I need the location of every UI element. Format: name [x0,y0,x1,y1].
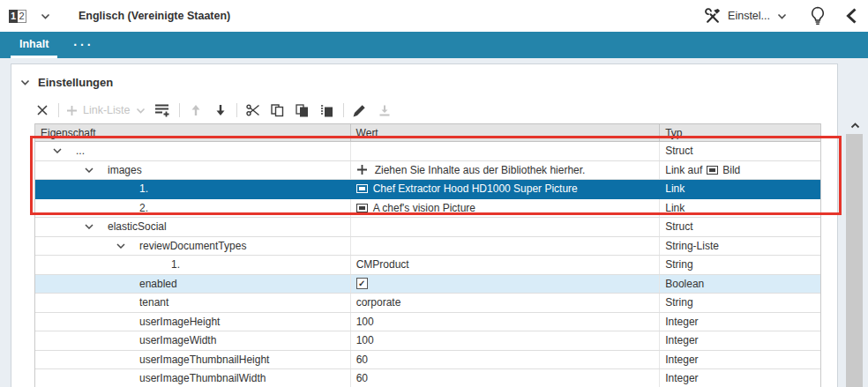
collapse-panel-icon[interactable] [845,8,857,24]
table-row[interactable]: 1. CMProduct String [35,256,820,275]
settings-panel: Einstellungen Link-Liste [11,63,838,387]
property-name: 1. [171,258,180,271]
property-value[interactable]: 60 [356,354,368,366]
toolbar-divider [58,103,59,117]
property-value[interactable]: corporate [356,296,401,309]
column-header-eigenschaft[interactable]: Eigenschaft [35,124,351,141]
move-up-button[interactable] [187,101,205,119]
chevron-down-icon[interactable] [41,13,50,19]
vertical-scrollbar[interactable] [843,118,866,387]
type-label: Struct [665,145,692,157]
column-header-wert[interactable]: Wert [351,124,661,141]
linked-content-title[interactable]: A chef's vision Picture [373,202,475,214]
add-link-list-button[interactable]: Link-Liste [66,104,146,116]
link-list-label: Link-Liste [83,104,131,116]
locale-badge-secondary: 2 [18,10,26,23]
tab-overflow-menu[interactable]: ··· [66,32,101,58]
type-label: String-Liste [665,240,719,252]
image-icon [356,184,368,193]
table-row[interactable]: userImageHeight 100 Integer [35,313,820,332]
chevron-down-icon[interactable] [53,148,69,153]
section-header-einstellungen[interactable]: Einstellungen [20,76,837,89]
table-row[interactable]: elasticSocial Struct [35,218,820,237]
table-row[interactable]: 2. A chef's vision Picture Link [35,199,820,219]
property-name: userImageHeight [139,316,220,328]
image-icon [356,204,368,212]
tools-icon [704,7,722,25]
drop-area[interactable]: Ziehen Sie Inhalte aus der Bibliothek hi… [351,161,661,180]
new-list-property-button[interactable] [154,101,172,119]
import-button[interactable] [376,101,393,119]
chevron-down-icon[interactable] [116,243,132,249]
scroll-up-arrow-icon[interactable] [843,118,866,132]
type-label: Struct [665,220,692,233]
property-name: ... [76,145,85,157]
table-row[interactable]: images Ziehen Sie Inhalte aus der Biblio… [35,161,820,181]
top-bar: 1 2 Englisch (Vereinigte Staaten) Einste… [0,0,868,32]
column-header-typ[interactable]: Typ [660,124,820,141]
type-label: Integer [665,334,698,346]
type-label: Link auf [665,164,702,176]
remove-button[interactable] [34,101,51,119]
locale-compare-icon: 1 2 [9,10,26,23]
settings-dropdown[interactable]: Einstel... [704,7,787,25]
copy-button[interactable] [269,101,287,119]
property-name: images [108,164,142,176]
table-row[interactable]: userImageThumbnailWidth 60 Integer [35,369,820,387]
chevron-down-icon[interactable] [85,167,101,173]
settings-label: Einstel... [728,10,770,22]
type-label: Link [665,182,685,195]
scrollbar-thumb[interactable] [846,134,863,387]
table-row[interactable]: ... Struct [35,142,820,161]
content-area: Einstellungen Link-Liste [0,58,868,387]
toolbar-divider [343,103,344,117]
drop-hint-text: Ziehen Sie Inhalte aus der Bibliothek hi… [375,164,586,176]
table-row-selected[interactable]: 1. Chef Extractor Hood HD1000 Super Pict… [35,180,820,199]
property-name: userImageThumbnailWidth [139,372,266,384]
property-value[interactable]: 100 [356,334,374,346]
type-label: String [665,296,692,309]
table-row-highlighted[interactable]: enabled ✓ Boolean [35,275,820,294]
type-label: Link [665,202,685,214]
table-row[interactable]: userImageThumbnailHeight 60 Integer [35,351,820,370]
property-value[interactable]: 60 [356,372,368,384]
locale-label: Englisch (Vereinigte Staaten) [79,10,230,22]
property-name: userImageWidth [139,334,216,346]
property-name: 2. [139,202,148,214]
type-label: Integer [665,372,698,384]
struct-property-table: Eigenschaft Wert Typ ... Struct images [34,123,821,387]
section-title: Einstellungen [38,76,113,89]
edit-button[interactable] [351,101,369,119]
locale-badge-primary: 1 [9,10,18,23]
table-row[interactable]: reviewDocumentTypes String-Liste [35,237,820,257]
property-name: userImageThumbnailHeight [139,354,269,366]
table-row[interactable]: userImageWidth 100 Integer [35,331,820,351]
checkbox-checked[interactable]: ✓ [356,278,368,289]
property-name: elasticSocial [108,220,167,233]
move-down-button[interactable] [212,101,229,119]
toolbar-divider [236,103,237,117]
type-label: Bild [722,164,740,176]
table-header: Eigenschaft Wert Typ [35,123,820,142]
property-name: 1. [139,182,148,195]
chevron-down-icon[interactable] [85,224,101,229]
type-label: Integer [665,316,698,328]
property-value[interactable]: 100 [356,316,374,328]
chevron-down-icon[interactable] [20,79,30,86]
paste-into-button[interactable] [318,101,336,119]
table-row[interactable]: tenant corporate String [35,294,820,313]
type-label: Integer [665,354,698,366]
chevron-down-icon[interactable] [777,13,787,19]
locale-switcher[interactable]: 1 2 [9,10,50,23]
cut-button[interactable] [244,101,262,119]
property-name: tenant [139,296,168,309]
linked-content-title[interactable]: Chef Extractor Hood HD1000 Super Picture [373,182,578,195]
property-name: reviewDocumentTypes [139,240,246,252]
tab-inhalt[interactable]: Inhalt [11,32,57,58]
paste-button[interactable] [294,101,311,119]
lightbulb-icon[interactable] [810,6,826,26]
toolbar-divider [179,103,180,117]
type-label: Boolean [665,278,704,290]
property-value[interactable]: CMProduct [356,258,409,271]
add-icon [356,164,368,175]
